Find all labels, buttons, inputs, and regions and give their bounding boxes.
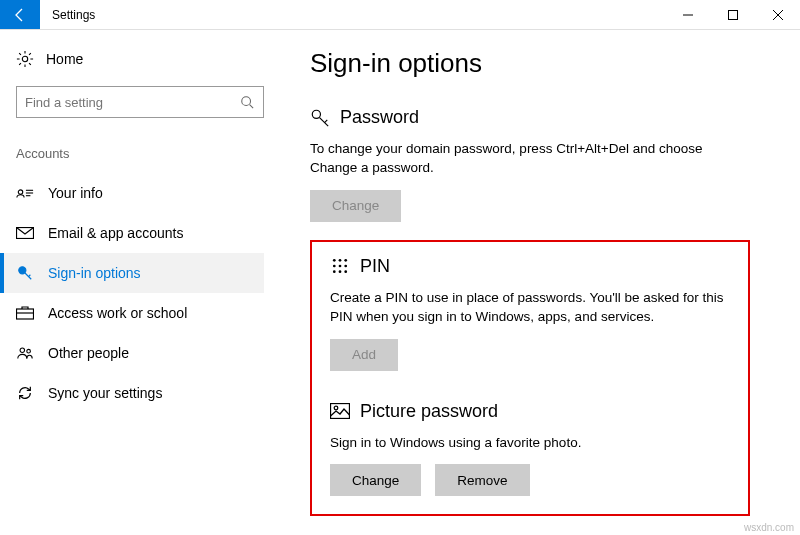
arrow-left-icon [12, 7, 28, 23]
picture-icon [330, 401, 350, 421]
key-icon [16, 264, 34, 282]
sidebar-item-other-people[interactable]: Other people [0, 333, 264, 373]
minimize-button[interactable] [665, 0, 710, 29]
titlebar: Settings [0, 0, 800, 30]
picture-change-button[interactable]: Change [330, 464, 421, 496]
sidebar-item-email[interactable]: Email & app accounts [0, 213, 264, 253]
pin-heading-row: PIN [330, 256, 730, 277]
picture-desc: Sign in to Windows using a favorite phot… [330, 434, 730, 453]
watermark: wsxdn.com [744, 522, 794, 533]
svg-line-14 [29, 275, 31, 277]
picture-heading-row: Picture password [330, 401, 730, 422]
svg-point-12 [19, 267, 26, 274]
window-title: Settings [40, 0, 665, 29]
svg-point-18 [27, 349, 31, 353]
home-label: Home [46, 51, 83, 67]
svg-point-28 [333, 271, 336, 274]
home-link[interactable]: Home [16, 50, 264, 68]
close-button[interactable] [755, 0, 800, 29]
sidebar-item-sync[interactable]: Sync your settings [0, 373, 264, 413]
main-content: Sign-in options Password To change your … [280, 30, 800, 535]
svg-line-13 [25, 273, 31, 279]
search-input[interactable] [25, 95, 239, 110]
sidebar-item-work[interactable]: Access work or school [0, 293, 264, 333]
back-button[interactable] [0, 0, 40, 29]
svg-rect-15 [17, 309, 34, 319]
category-heading: Accounts [16, 146, 264, 161]
sidebar-item-label: Sync your settings [48, 385, 162, 401]
password-change-button[interactable]: Change [310, 190, 401, 222]
picture-remove-button[interactable]: Remove [435, 464, 529, 496]
svg-point-29 [339, 271, 342, 274]
svg-point-17 [20, 348, 25, 353]
briefcase-icon [16, 304, 34, 322]
key-icon [310, 108, 330, 128]
search-box[interactable] [16, 86, 264, 118]
search-icon [239, 94, 255, 110]
svg-point-26 [339, 265, 342, 268]
sidebar-item-label: Sign-in options [48, 265, 141, 281]
sidebar-item-label: Other people [48, 345, 129, 361]
pin-add-button[interactable]: Add [330, 339, 398, 371]
svg-point-24 [344, 259, 347, 262]
sidebar-item-label: Your info [48, 185, 103, 201]
window-controls [665, 0, 800, 29]
keypad-icon [330, 256, 350, 276]
svg-point-22 [333, 259, 336, 262]
close-icon [773, 10, 783, 20]
sidebar-item-label: Access work or school [48, 305, 187, 321]
picture-heading: Picture password [360, 401, 498, 422]
highlight-box: PIN Create a PIN to use in place of pass… [310, 240, 750, 517]
svg-line-6 [250, 105, 254, 109]
svg-rect-1 [728, 10, 737, 19]
svg-point-30 [344, 271, 347, 274]
svg-point-5 [242, 97, 251, 106]
page-title: Sign-in options [310, 48, 770, 79]
svg-point-23 [339, 259, 342, 262]
person-card-icon [16, 184, 34, 202]
maximize-button[interactable] [710, 0, 755, 29]
pin-desc: Create a PIN to use in place of password… [330, 289, 730, 327]
svg-line-20 [320, 117, 329, 126]
svg-point-32 [334, 406, 338, 410]
sidebar-item-signin[interactable]: Sign-in options [0, 253, 264, 293]
svg-point-19 [312, 110, 320, 118]
svg-line-21 [325, 119, 328, 122]
svg-point-27 [344, 265, 347, 268]
svg-point-7 [18, 190, 23, 195]
sidebar-item-your-info[interactable]: Your info [0, 173, 264, 213]
mail-icon [16, 224, 34, 242]
sync-icon [16, 384, 34, 402]
password-desc: To change your domain password, press Ct… [310, 140, 730, 178]
people-icon [16, 344, 34, 362]
svg-point-25 [333, 265, 336, 268]
minimize-icon [683, 10, 693, 20]
sidebar-item-label: Email & app accounts [48, 225, 183, 241]
gear-icon [16, 50, 34, 68]
svg-point-4 [22, 56, 27, 61]
maximize-icon [728, 10, 738, 20]
password-heading-row: Password [310, 107, 770, 128]
password-heading: Password [340, 107, 419, 128]
pin-heading: PIN [360, 256, 390, 277]
sidebar: Home Accounts Your info Email & app acco… [0, 30, 280, 535]
